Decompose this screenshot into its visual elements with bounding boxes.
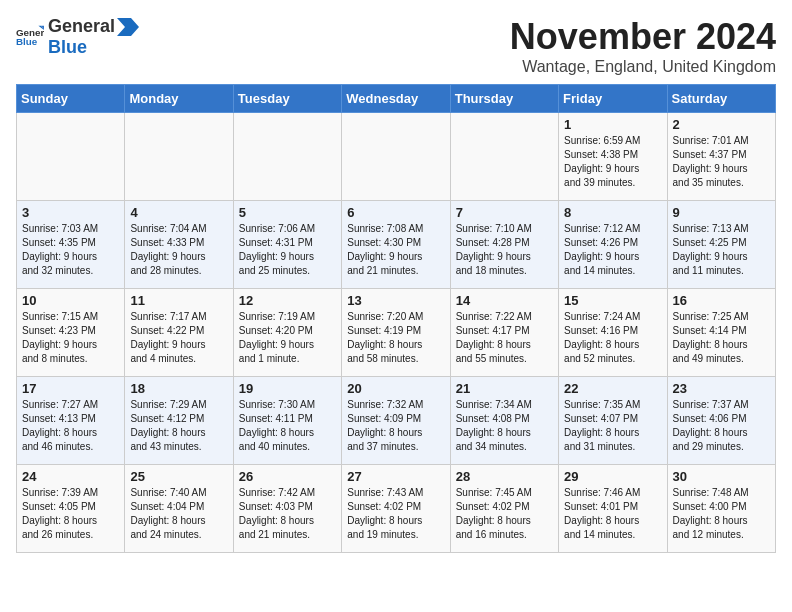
day-number: 22 — [564, 381, 661, 396]
day-number: 10 — [22, 293, 119, 308]
calendar-cell: 27Sunrise: 7:43 AM Sunset: 4:02 PM Dayli… — [342, 465, 450, 553]
day-number: 9 — [673, 205, 770, 220]
day-number: 11 — [130, 293, 227, 308]
day-number: 28 — [456, 469, 553, 484]
day-info: Sunrise: 7:39 AM Sunset: 4:05 PM Dayligh… — [22, 486, 119, 542]
day-info: Sunrise: 7:25 AM Sunset: 4:14 PM Dayligh… — [673, 310, 770, 366]
day-number: 15 — [564, 293, 661, 308]
calendar-cell: 24Sunrise: 7:39 AM Sunset: 4:05 PM Dayli… — [17, 465, 125, 553]
day-info: Sunrise: 7:32 AM Sunset: 4:09 PM Dayligh… — [347, 398, 444, 454]
day-number: 16 — [673, 293, 770, 308]
day-info: Sunrise: 7:01 AM Sunset: 4:37 PM Dayligh… — [673, 134, 770, 190]
calendar-cell: 6Sunrise: 7:08 AM Sunset: 4:30 PM Daylig… — [342, 201, 450, 289]
calendar-cell — [450, 113, 558, 201]
day-info: Sunrise: 7:40 AM Sunset: 4:04 PM Dayligh… — [130, 486, 227, 542]
day-info: Sunrise: 7:46 AM Sunset: 4:01 PM Dayligh… — [564, 486, 661, 542]
weekday-header-monday: Monday — [125, 85, 233, 113]
calendar-cell: 18Sunrise: 7:29 AM Sunset: 4:12 PM Dayli… — [125, 377, 233, 465]
day-number: 27 — [347, 469, 444, 484]
day-info: Sunrise: 7:08 AM Sunset: 4:30 PM Dayligh… — [347, 222, 444, 278]
day-number: 7 — [456, 205, 553, 220]
day-info: Sunrise: 6:59 AM Sunset: 4:38 PM Dayligh… — [564, 134, 661, 190]
weekday-header-saturday: Saturday — [667, 85, 775, 113]
day-info: Sunrise: 7:35 AM Sunset: 4:07 PM Dayligh… — [564, 398, 661, 454]
day-info: Sunrise: 7:04 AM Sunset: 4:33 PM Dayligh… — [130, 222, 227, 278]
calendar-header: SundayMondayTuesdayWednesdayThursdayFrid… — [17, 85, 776, 113]
calendar-week-row: 24Sunrise: 7:39 AM Sunset: 4:05 PM Dayli… — [17, 465, 776, 553]
calendar-cell: 9Sunrise: 7:13 AM Sunset: 4:25 PM Daylig… — [667, 201, 775, 289]
day-info: Sunrise: 7:34 AM Sunset: 4:08 PM Dayligh… — [456, 398, 553, 454]
calendar-cell: 16Sunrise: 7:25 AM Sunset: 4:14 PM Dayli… — [667, 289, 775, 377]
day-info: Sunrise: 7:45 AM Sunset: 4:02 PM Dayligh… — [456, 486, 553, 542]
logo-text-blue: Blue — [48, 37, 87, 57]
calendar-cell — [342, 113, 450, 201]
calendar-cell: 7Sunrise: 7:10 AM Sunset: 4:28 PM Daylig… — [450, 201, 558, 289]
day-info: Sunrise: 7:17 AM Sunset: 4:22 PM Dayligh… — [130, 310, 227, 366]
logo-arrow-icon — [117, 18, 139, 36]
day-info: Sunrise: 7:03 AM Sunset: 4:35 PM Dayligh… — [22, 222, 119, 278]
location-title: Wantage, England, United Kingdom — [510, 58, 776, 76]
logo-text-general: General — [48, 16, 115, 37]
calendar-cell: 29Sunrise: 7:46 AM Sunset: 4:01 PM Dayli… — [559, 465, 667, 553]
day-info: Sunrise: 7:42 AM Sunset: 4:03 PM Dayligh… — [239, 486, 336, 542]
day-number: 19 — [239, 381, 336, 396]
day-number: 4 — [130, 205, 227, 220]
day-info: Sunrise: 7:24 AM Sunset: 4:16 PM Dayligh… — [564, 310, 661, 366]
day-number: 30 — [673, 469, 770, 484]
day-info: Sunrise: 7:30 AM Sunset: 4:11 PM Dayligh… — [239, 398, 336, 454]
day-number: 21 — [456, 381, 553, 396]
day-number: 23 — [673, 381, 770, 396]
calendar-cell: 17Sunrise: 7:27 AM Sunset: 4:13 PM Dayli… — [17, 377, 125, 465]
day-info: Sunrise: 7:19 AM Sunset: 4:20 PM Dayligh… — [239, 310, 336, 366]
calendar-cell: 12Sunrise: 7:19 AM Sunset: 4:20 PM Dayli… — [233, 289, 341, 377]
calendar-cell: 20Sunrise: 7:32 AM Sunset: 4:09 PM Dayli… — [342, 377, 450, 465]
calendar-cell: 30Sunrise: 7:48 AM Sunset: 4:00 PM Dayli… — [667, 465, 775, 553]
calendar-cell — [125, 113, 233, 201]
day-number: 25 — [130, 469, 227, 484]
calendar-cell: 14Sunrise: 7:22 AM Sunset: 4:17 PM Dayli… — [450, 289, 558, 377]
month-title: November 2024 — [510, 16, 776, 58]
day-number: 2 — [673, 117, 770, 132]
day-info: Sunrise: 7:13 AM Sunset: 4:25 PM Dayligh… — [673, 222, 770, 278]
calendar-cell: 19Sunrise: 7:30 AM Sunset: 4:11 PM Dayli… — [233, 377, 341, 465]
weekday-header-row: SundayMondayTuesdayWednesdayThursdayFrid… — [17, 85, 776, 113]
calendar-cell — [17, 113, 125, 201]
calendar-cell — [233, 113, 341, 201]
day-number: 14 — [456, 293, 553, 308]
calendar-week-row: 10Sunrise: 7:15 AM Sunset: 4:23 PM Dayli… — [17, 289, 776, 377]
calendar-cell: 23Sunrise: 7:37 AM Sunset: 4:06 PM Dayli… — [667, 377, 775, 465]
day-info: Sunrise: 7:48 AM Sunset: 4:00 PM Dayligh… — [673, 486, 770, 542]
day-number: 24 — [22, 469, 119, 484]
day-number: 26 — [239, 469, 336, 484]
calendar-cell: 13Sunrise: 7:20 AM Sunset: 4:19 PM Dayli… — [342, 289, 450, 377]
weekday-header-sunday: Sunday — [17, 85, 125, 113]
weekday-header-friday: Friday — [559, 85, 667, 113]
weekday-header-thursday: Thursday — [450, 85, 558, 113]
title-section: November 2024 Wantage, England, United K… — [510, 16, 776, 76]
calendar-cell: 11Sunrise: 7:17 AM Sunset: 4:22 PM Dayli… — [125, 289, 233, 377]
calendar-cell: 4Sunrise: 7:04 AM Sunset: 4:33 PM Daylig… — [125, 201, 233, 289]
day-number: 18 — [130, 381, 227, 396]
day-number: 20 — [347, 381, 444, 396]
calendar-cell: 25Sunrise: 7:40 AM Sunset: 4:04 PM Dayli… — [125, 465, 233, 553]
calendar-table: SundayMondayTuesdayWednesdayThursdayFrid… — [16, 84, 776, 553]
day-info: Sunrise: 7:06 AM Sunset: 4:31 PM Dayligh… — [239, 222, 336, 278]
calendar-cell: 26Sunrise: 7:42 AM Sunset: 4:03 PM Dayli… — [233, 465, 341, 553]
day-info: Sunrise: 7:22 AM Sunset: 4:17 PM Dayligh… — [456, 310, 553, 366]
calendar-cell: 1Sunrise: 6:59 AM Sunset: 4:38 PM Daylig… — [559, 113, 667, 201]
day-number: 5 — [239, 205, 336, 220]
day-info: Sunrise: 7:29 AM Sunset: 4:12 PM Dayligh… — [130, 398, 227, 454]
calendar-cell: 22Sunrise: 7:35 AM Sunset: 4:07 PM Dayli… — [559, 377, 667, 465]
calendar-cell: 28Sunrise: 7:45 AM Sunset: 4:02 PM Dayli… — [450, 465, 558, 553]
day-number: 17 — [22, 381, 119, 396]
calendar-week-row: 3Sunrise: 7:03 AM Sunset: 4:35 PM Daylig… — [17, 201, 776, 289]
day-info: Sunrise: 7:12 AM Sunset: 4:26 PM Dayligh… — [564, 222, 661, 278]
day-number: 3 — [22, 205, 119, 220]
day-number: 12 — [239, 293, 336, 308]
calendar-cell: 10Sunrise: 7:15 AM Sunset: 4:23 PM Dayli… — [17, 289, 125, 377]
calendar-week-row: 1Sunrise: 6:59 AM Sunset: 4:38 PM Daylig… — [17, 113, 776, 201]
day-info: Sunrise: 7:27 AM Sunset: 4:13 PM Dayligh… — [22, 398, 119, 454]
day-number: 8 — [564, 205, 661, 220]
day-info: Sunrise: 7:37 AM Sunset: 4:06 PM Dayligh… — [673, 398, 770, 454]
day-number: 6 — [347, 205, 444, 220]
